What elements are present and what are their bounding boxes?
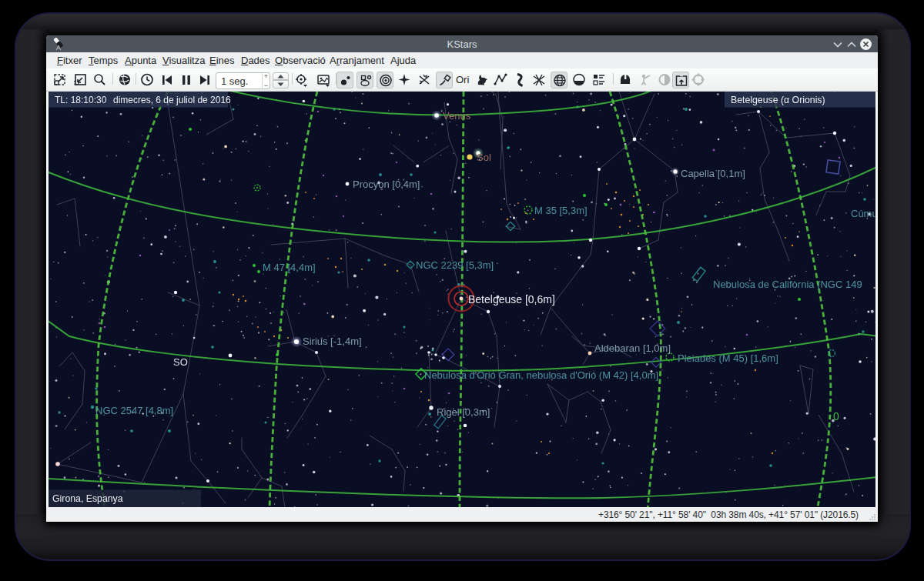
svg-text:Procyon [0,4m]: Procyon [0,4m] bbox=[353, 179, 420, 190]
svg-text:Ori: Ori bbox=[456, 74, 469, 85]
svg-text:Sol: Sol bbox=[477, 152, 491, 163]
svg-text:Sirius [-1,4m]: Sirius [-1,4m] bbox=[303, 336, 362, 347]
svg-text:Betelgeuse [0,6m]: Betelgeuse [0,6m] bbox=[468, 293, 555, 306]
svg-text:TL: 18:10:30: TL: 18:10:30 bbox=[55, 95, 107, 105]
svg-text:Rigel [0,3m]: Rigel [0,3m] bbox=[437, 406, 490, 418]
svg-text:Venus: Venus bbox=[443, 110, 471, 122]
svg-text:Pleiades (M 45) [1,6m]: Pleiades (M 45) [1,6m] bbox=[678, 352, 778, 364]
svg-text:Cúmu: Cúmu bbox=[851, 208, 875, 219]
svg-text:Capella [0,1m]: Capella [0,1m] bbox=[681, 168, 745, 179]
svg-text:Girona, Espanya: Girona, Espanya bbox=[52, 493, 123, 504]
svg-text:M 35 [5,3m]: M 35 [5,3m] bbox=[534, 205, 588, 216]
svg-text:Nebulosa d'Orió Gran, nebulosa: Nebulosa d'Orió Gran, nebulosa d'Orió (M… bbox=[424, 369, 658, 381]
svg-text:Betelgeuse (α Orionis): Betelgeuse (α Orionis) bbox=[731, 95, 825, 105]
svg-text:SO: SO bbox=[173, 356, 188, 368]
svg-text:M 47 [4,4m]: M 47 [4,4m] bbox=[263, 262, 316, 273]
svg-text:0: 0 bbox=[833, 410, 839, 422]
svg-text:Nebulosa de Califòrnia (NGC 14: Nebulosa de Califòrnia (NGC 149 bbox=[713, 279, 862, 290]
svg-text:dimecres, 6 de juliol de 2016: dimecres, 6 de juliol de 2016 bbox=[113, 95, 231, 105]
svg-text:Aldebaran [1,0m]: Aldebaran [1,0m] bbox=[594, 342, 671, 354]
svg-text:NGC 2547 [4,8m]: NGC 2547 [4,8m] bbox=[95, 405, 173, 416]
svg-text:NGC 2239 [5,3m]: NGC 2239 [5,3m] bbox=[416, 259, 494, 271]
